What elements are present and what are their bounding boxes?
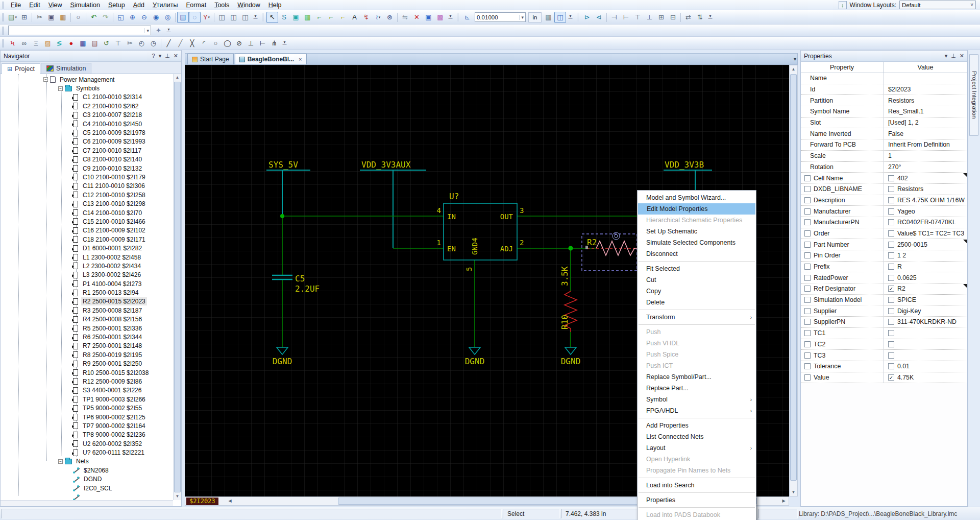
context-menu-item[interactable]: Fit Selected [638, 263, 756, 274]
tree-item-symbol[interactable]: R5 2500-0001 $2I336 [1, 324, 172, 333]
tab-beaglebone-schematic[interactable]: BeagleBoneBl... × [235, 54, 307, 64]
flip-horizontal[interactable]: ⊲ [593, 12, 605, 23]
tree-item-symbol[interactable]: R8 2500-0019 $2I195 [1, 350, 172, 359]
property-row[interactable]: ManufacturerPN RC0402FR-07470KL [801, 217, 967, 228]
pin-tool[interactable]: ⊥ [245, 38, 257, 49]
toolbar-overflow-button[interactable]: ▾— [567, 12, 574, 22]
context-menu-item[interactable]: Push [638, 326, 756, 338]
text-tool[interactable]: A [349, 12, 360, 23]
toolbar-grip[interactable] [262, 13, 264, 21]
context-menu-item[interactable]: Push Spice [638, 349, 756, 360]
refdes-label[interactable]: U? [449, 192, 459, 201]
tree-item-symbol[interactable]: R2 2500-0015 $2I2023 [1, 297, 172, 306]
context-menu-item[interactable]: Push VHDL [638, 338, 756, 349]
toolbar-grip[interactable] [2, 2, 5, 9]
context-menu-item[interactable] [639, 418, 755, 418]
menu-item[interactable]: View [44, 1, 66, 10]
clock-run[interactable]: ◷ [148, 38, 159, 49]
trim-tool[interactable]: ✂ [124, 38, 136, 49]
ground-label[interactable]: DGND [273, 357, 292, 366]
toolbar-overflow-button[interactable]: ▾— [447, 12, 454, 22]
no-connect-tool[interactable]: ⊘ [233, 38, 245, 49]
expand-corner-icon[interactable] [963, 284, 967, 288]
context-menu-item[interactable]: Replace Symbol/Part... [638, 371, 756, 383]
tree-item-net[interactable]: $2N2068 [1, 466, 172, 475]
checkbox[interactable] [888, 186, 894, 192]
context-menu-item[interactable]: Load into PADS Databook [638, 509, 756, 520]
dropdown-arrow-icon[interactable]: ▾ [208, 15, 210, 19]
schematic-down[interactable]: ◫ [228, 12, 239, 23]
select-tool[interactable]: ↖ [266, 12, 278, 23]
tree-item-symbol[interactable]: C8 2100-0010 $2I140 [1, 155, 172, 164]
tree-item-symbol[interactable]: C18 2100-0009 $2I171 [1, 235, 172, 244]
navigator-hscrollbar[interactable] [1, 500, 173, 506]
tree-item-symbol[interactable]: R9 2500-0001 $2I250 [1, 360, 172, 368]
wire-s-tool[interactable]: ⌐ [325, 12, 337, 23]
scroll-left-icon[interactable]: ◀ [226, 498, 234, 505]
inspect-tool[interactable]: ∞ [18, 38, 30, 49]
tab-simulation[interactable]: Simulation [41, 63, 91, 74]
scroll-up-icon[interactable]: ▲ [790, 65, 797, 73]
tree-item-symbol[interactable]: L3 2300-0002 $2I426 [1, 271, 172, 279]
tree-item-symbol[interactable]: C16 2100-0009 $2I102 [1, 226, 172, 235]
checkbox[interactable] [804, 352, 811, 359]
tree-item-symbol[interactable]: P1 4100-0004 $2I273 [1, 279, 172, 288]
property-row[interactable]: Prefix R [801, 262, 967, 273]
scroll-right-icon[interactable]: ▶ [780, 498, 788, 505]
canvas-vscrollbar[interactable]: ▲ ▼ [789, 65, 798, 497]
net-label[interactable]: VDD_3V3B [665, 160, 704, 170]
zoom-selection[interactable]: ◌ [189, 12, 201, 23]
tree-item-symbol[interactable]: C11 2100-0010 $2I306 [1, 182, 172, 191]
checkbox[interactable] [888, 363, 894, 369]
tree-item-symbol[interactable]: U2 6200-0002 $2I352 [1, 439, 172, 448]
tree-item-symbol[interactable]: R4 2500-0008 $2I156 [1, 315, 172, 324]
color-map[interactable]: ▨ [42, 38, 54, 49]
units-button[interactable]: in [528, 12, 542, 22]
polyline-tool[interactable]: ╱ [175, 38, 186, 49]
property-row[interactable]: Name Inverted False [801, 128, 967, 139]
block-tool[interactable]: ▦ [302, 12, 313, 23]
redo[interactable]: ↷ [100, 12, 111, 23]
pin-icon[interactable]: ⊥ [165, 53, 170, 59]
tree-item-symbol[interactable]: C9 2100-0010 $2I132 [1, 164, 172, 173]
collapse-icon[interactable]: − [43, 77, 48, 82]
scroll-down-icon[interactable]: ▼ [174, 493, 181, 500]
property-row[interactable]: TC2 [801, 339, 967, 350]
expand-corner-icon[interactable] [963, 173, 967, 177]
context-menu-item[interactable] [639, 478, 755, 478]
toolbar-overflow-button[interactable]: ▾— [252, 12, 259, 22]
expand-corner-icon[interactable] [963, 240, 967, 243]
ic-edit-tool[interactable]: ▣ [423, 12, 434, 23]
search[interactable]: ○ [72, 12, 84, 23]
checkbox[interactable] [804, 264, 811, 270]
hammer-tool[interactable]: ⊤ [112, 38, 124, 49]
dangling-wire-tool[interactable]: ↯ [360, 12, 372, 23]
scroll-up-icon[interactable]: ▲ [174, 74, 181, 81]
property-row[interactable]: Name [801, 73, 967, 84]
context-menu-item[interactable]: List Connected Nets [638, 431, 756, 442]
component-tool[interactable]: ▣ [290, 12, 302, 23]
search-combo[interactable]: ▾ [8, 26, 151, 35]
multipin-tool[interactable]: ⋔ [268, 38, 280, 49]
property-row[interactable]: SupplierPN 311-470KLRDKR-ND [801, 317, 967, 328]
window-layouts-select[interactable]: Default ˅ [899, 1, 976, 9]
checkbox[interactable] [804, 363, 811, 369]
context-menu-item[interactable]: Delete [638, 297, 756, 308]
property-row[interactable]: Scale 1 [801, 151, 967, 162]
toolbar-grip[interactable] [457, 13, 459, 21]
scroll-down-icon[interactable]: ▼ [790, 488, 797, 496]
context-menu-item[interactable]: Symbol › [638, 394, 756, 405]
tree-item-symbol[interactable]: R12 2500-0009 $2I86 [1, 377, 172, 386]
property-row[interactable]: Supplier Digi-Key [801, 305, 967, 317]
checkbox[interactable] [804, 197, 811, 203]
property-row[interactable]: Partition Resistors [801, 95, 967, 106]
tree-item-symbol[interactable]: C12 2100-0010 $2I258 [1, 191, 172, 199]
menu-item[interactable]: Tools [210, 1, 233, 10]
new-view[interactable]: ▤ ▾ [7, 12, 18, 23]
tree-item-net[interactable]: I2C0_SCL [1, 484, 172, 492]
refdes-label[interactable]: R10 [560, 315, 570, 329]
tree-item-symbol[interactable]: TP6 9000-0002 $2I125 [1, 413, 172, 421]
collapse-icon[interactable]: − [58, 86, 63, 91]
rerun-simulation[interactable]: ↺ [101, 38, 112, 49]
tree-item-power-management[interactable]: − Power Management [1, 75, 172, 84]
